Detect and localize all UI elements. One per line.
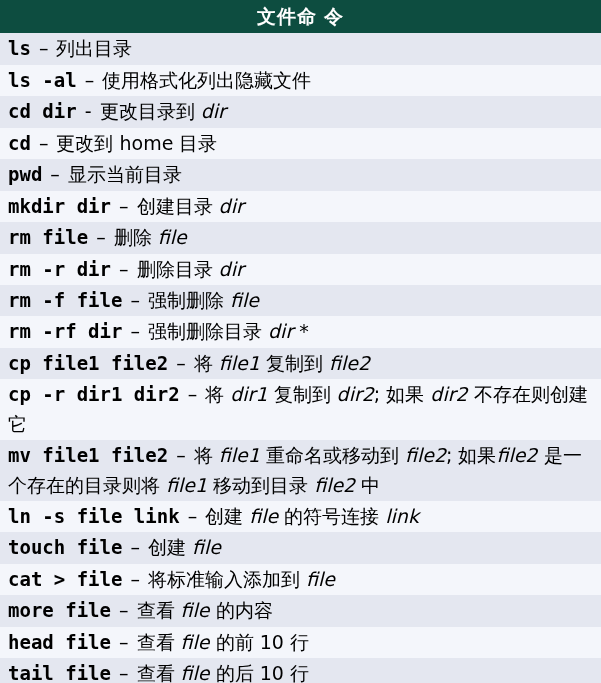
command-row: cd dir - 更改目录到 dir — [0, 96, 601, 127]
description-text: 查看 file 的内容 — [137, 599, 273, 621]
description-text: 将 file1 复制到 file2 — [194, 352, 370, 374]
command-text: pwd — [8, 163, 42, 185]
command-text: ls -al — [8, 69, 77, 91]
separator: – — [122, 320, 148, 342]
command-row: rm -r dir – 删除目录 dir — [0, 254, 601, 285]
separator: – — [168, 352, 194, 374]
command-text: rm -f file — [8, 289, 122, 311]
description-text: 使用格式化列出隐藏文件 — [102, 69, 311, 91]
command-text: more file — [8, 599, 111, 621]
separator: – — [111, 631, 137, 653]
command-text: head file — [8, 631, 111, 653]
description-text: 更改目录到 dir — [100, 100, 226, 122]
command-row: rm -rf dir – 强制删除目录 dir * — [0, 316, 601, 347]
command-text: rm -rf dir — [8, 320, 122, 342]
command-row: more file – 查看 file 的内容 — [0, 595, 601, 626]
command-row: ls -al – 使用格式化列出隐藏文件 — [0, 65, 601, 96]
description-text: 列出目录 — [56, 37, 132, 59]
command-row: cp file1 file2 – 将 file1 复制到 file2 — [0, 348, 601, 379]
separator: – — [42, 163, 68, 185]
command-text: rm -r dir — [8, 258, 111, 280]
command-row: ln -s file link – 创建 file 的符号连接 link — [0, 501, 601, 532]
description-text: 删除 file — [114, 226, 187, 248]
separator: - — [77, 100, 100, 122]
separator: – — [88, 226, 114, 248]
separator: – — [111, 599, 137, 621]
description-text: 创建目录 dir — [137, 195, 244, 217]
command-text: ln -s file link — [8, 505, 180, 527]
command-text: mkdir dir — [8, 195, 111, 217]
separator: – — [31, 37, 57, 59]
command-row: rm file – 删除 file — [0, 222, 601, 253]
separator: – — [111, 662, 137, 683]
description-text: 显示当前目录 — [68, 163, 182, 185]
section-header: 文件命 令 — [0, 0, 601, 33]
description-text: 删除目录 dir — [137, 258, 244, 280]
description-text: 查看 file 的前 10 行 — [137, 631, 309, 653]
description-text: 更改到 home 目录 — [56, 132, 217, 154]
command-text: ls — [8, 37, 31, 59]
command-row: touch file – 创建 file — [0, 532, 601, 563]
command-text: mv file1 file2 — [8, 444, 168, 466]
command-list: ls – 列出目录ls -al – 使用格式化列出隐藏文件cd dir - 更改… — [0, 33, 601, 683]
command-text: cat > file — [8, 568, 122, 590]
separator: – — [180, 505, 206, 527]
command-text: cp file1 file2 — [8, 352, 168, 374]
command-text: cp -r dir1 dir2 — [8, 383, 180, 405]
separator: – — [122, 289, 148, 311]
command-row: cat > file – 将标准输入添加到 file — [0, 564, 601, 595]
command-text: cd dir — [8, 100, 77, 122]
command-text: cd — [8, 132, 31, 154]
separator: – — [111, 195, 137, 217]
command-text: tail file — [8, 662, 111, 683]
command-row: rm -f file – 强制删除 file — [0, 285, 601, 316]
separator: – — [168, 444, 194, 466]
description-text: 将标准输入添加到 file — [148, 568, 335, 590]
command-row: mv file1 file2 – 将 file1 重命名或移动到 file2; … — [0, 440, 601, 501]
command-row: head file – 查看 file 的前 10 行 — [0, 627, 601, 658]
command-text: rm file — [8, 226, 88, 248]
description-text: 强制删除 file — [148, 289, 259, 311]
separator: – — [122, 536, 148, 558]
command-row: mkdir dir – 创建目录 dir — [0, 191, 601, 222]
description-text: 强制删除目录 dir * — [148, 320, 309, 342]
separator: – — [77, 69, 103, 91]
command-row: cd – 更改到 home 目录 — [0, 128, 601, 159]
command-row: pwd – 显示当前目录 — [0, 159, 601, 190]
command-row: tail file – 查看 file 的后 10 行 — [0, 658, 601, 683]
separator: – — [31, 132, 57, 154]
command-text: touch file — [8, 536, 122, 558]
command-row: ls – 列出目录 — [0, 33, 601, 64]
separator: – — [111, 258, 137, 280]
description-text: 创建 file — [148, 536, 221, 558]
description-text: 查看 file 的后 10 行 — [137, 662, 309, 683]
separator: – — [122, 568, 148, 590]
command-row: cp -r dir1 dir2 – 将 dir1 复制到 dir2; 如果 di… — [0, 379, 601, 440]
description-text: 创建 file 的符号连接 link — [205, 505, 419, 527]
separator: – — [180, 383, 206, 405]
